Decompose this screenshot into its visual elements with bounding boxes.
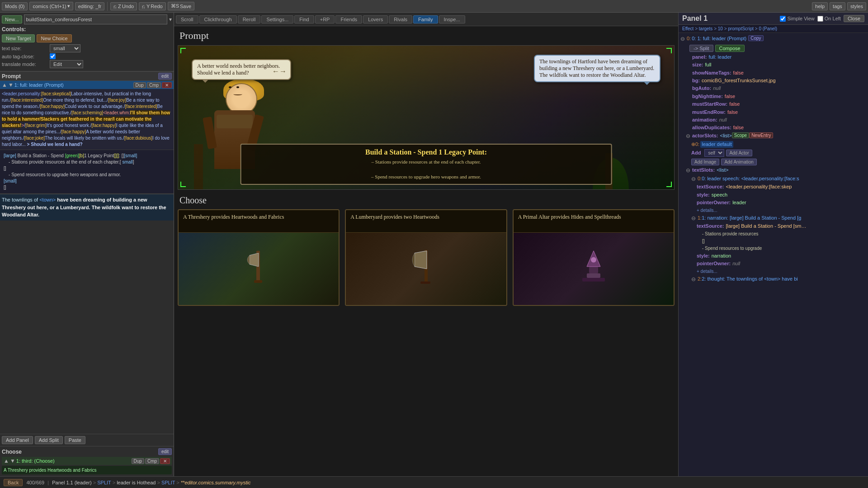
paste-button[interactable]: Paste: [65, 436, 85, 444]
ts0-style: speech: [712, 192, 727, 198]
card-1-label: A Threshery provides Heartwoods and Fabr…: [179, 210, 339, 233]
choose-item-1-label: 1: third: (Choose): [16, 458, 131, 464]
ts1-toggle[interactable]: ⊖: [691, 215, 697, 222]
svg-point-7: [591, 257, 596, 263]
compose-button[interactable]: Compose: [715, 45, 745, 52]
text-size-select[interactable]: small medium large: [50, 44, 80, 52]
breadcrumb-10[interactable]: 10: [718, 26, 723, 31]
styles-button[interactable]: styles: [847, 2, 866, 10]
handle-br: [666, 182, 672, 187]
help-button[interactable]: help: [812, 2, 828, 10]
arrow-down-c: ▼: [10, 458, 15, 464]
arrow-up-c: ▲: [4, 458, 9, 464]
choice-card-3[interactable]: A Primal Altar provides Hides and Spellt…: [513, 209, 675, 306]
size-row: size: full: [686, 61, 866, 69]
dup-btn-1[interactable]: Dup: [133, 82, 146, 88]
tab-inspect[interactable]: Inspe...: [439, 15, 465, 23]
ts0-row: ⊖ 0: 0: leader speech: <leader.personali…: [691, 175, 866, 183]
textslots-toggle[interactable]: ⊖: [686, 167, 691, 174]
new-choice-button[interactable]: New Choice: [37, 34, 71, 42]
details-link-1[interactable]: + details...: [697, 207, 717, 214]
details-link-2[interactable]: + details...: [697, 268, 717, 275]
breadcrumb-panel[interactable]: 0 (Panel): [759, 26, 777, 31]
choice-card-1[interactable]: A Threshery provides Heartwoods and Fabr…: [178, 209, 340, 306]
textslots-value: <list>: [717, 167, 728, 174]
add-actor-select[interactable]: self: [704, 149, 724, 157]
tab-scroll[interactable]: Scroll: [176, 15, 198, 23]
translate-label: translate mode:: [2, 61, 47, 67]
comics-menu[interactable]: comics (Ctrl+1) ▾: [29, 2, 73, 10]
bgauto-row: bgAuto: null: [686, 84, 866, 92]
simple-view-checkbox[interactable]: [780, 16, 786, 22]
tab-settings[interactable]: Settings...: [261, 15, 293, 23]
choice-card-2[interactable]: A Lumberyard provides two Heartwoods: [345, 209, 507, 306]
tab-clickthrough[interactable]: Clickthrough: [199, 15, 237, 23]
mods-menu[interactable]: Mods (0): [2, 2, 28, 10]
prompt-item-1-header[interactable]: ▲ ▼ 1: full: leader (Prompt) Dup Cmp ✕: [0, 81, 174, 89]
cmp-btn-1[interactable]: Cmp: [147, 82, 161, 88]
top-bar: Mods (0) comics (Ctrl+1) ▾ editing: _fr …: [0, 0, 868, 13]
actorslots-toggle[interactable]: ⊖: [686, 132, 691, 140]
tab-family[interactable]: Family: [413, 15, 438, 23]
tab-bar: Scroll Clickthrough Reroll Settings... F…: [174, 13, 678, 26]
breadcrumb-targets[interactable]: targets: [699, 26, 713, 31]
ts0-pointer: leader: [732, 199, 746, 206]
file-dropdown[interactable]: [24, 14, 167, 24]
dup-btn-c1[interactable]: Dup: [132, 458, 144, 464]
auto-tag-checkbox[interactable]: [50, 53, 56, 59]
tab-rp[interactable]: +RP: [315, 15, 335, 23]
ts2-label: 2: thought: The townlings of <town> have…: [702, 276, 798, 282]
tree-toggle-root[interactable]: ⊖: [680, 35, 686, 43]
tags-button[interactable]: tags: [830, 2, 845, 10]
scope-actorslots[interactable]: Scope: [732, 132, 749, 138]
ts1-label: 1: narration: [large] Build a Station - …: [702, 215, 801, 221]
back-button[interactable]: Back: [4, 479, 23, 486]
path-split-1[interactable]: SPLIT: [97, 480, 111, 485]
ts0-details-row: + details...: [697, 207, 866, 214]
cmp-btn-c1[interactable]: Cmp: [145, 458, 159, 464]
redo-button[interactable]: ⎌ Y Redo: [139, 2, 166, 10]
save-button[interactable]: ⌘S Save: [168, 2, 194, 10]
path-split-2[interactable]: SPLIT: [161, 480, 175, 485]
ts1-pointer: null: [732, 260, 740, 267]
new-target-button[interactable]: New Target: [2, 34, 35, 42]
actorslots-row: ⊖ actorSlots: <list> Scope NewEntry: [686, 132, 866, 141]
ts1-text-content: - Stations provide resources [] - Spend …: [697, 230, 866, 252]
new-actorslots[interactable]: NewEntry: [749, 132, 773, 138]
choose-edit-button[interactable]: edit: [158, 448, 172, 455]
close-btn-1[interactable]: ✕: [162, 82, 172, 88]
on-left-label[interactable]: On Left: [817, 16, 841, 22]
tab-reroll[interactable]: Reroll: [238, 15, 261, 23]
tab-friends[interactable]: Friends: [335, 15, 362, 23]
add-split-button[interactable]: Add Split: [35, 436, 63, 444]
split-button[interactable]: -> Split: [689, 45, 713, 52]
add-animation-button[interactable]: Add Animation: [721, 159, 757, 165]
svg-rect-5: [589, 267, 598, 273]
inspector-close-button[interactable]: Close: [844, 15, 864, 22]
ts0-toggle[interactable]: ⊖: [691, 175, 697, 183]
simple-view-label[interactable]: Simple View: [780, 16, 814, 22]
tree-root-row: ⊖ 0: 0: 1: full: leader (Prompt) Copy: [680, 35, 866, 43]
ts2-toggle[interactable]: ⊖: [691, 276, 697, 283]
ts1-source-row: textSource: [large] Build a Station - Sp…: [697, 222, 866, 230]
undo-button[interactable]: ⎌ Z Undo: [110, 2, 137, 10]
svg-rect-1: [254, 280, 262, 283]
tab-lovers[interactable]: Lovers: [363, 15, 388, 23]
choose-item-1-header[interactable]: ▲ ▼ 1: third: (Choose) Dup Cmp ✕: [2, 457, 172, 465]
prompt-edit-button[interactable]: edit: [158, 73, 172, 80]
add-image-button[interactable]: Add Image: [691, 159, 719, 165]
breadcrumb-effect[interactable]: Effect: [682, 26, 693, 31]
on-left-checkbox[interactable]: [817, 16, 823, 22]
tab-rivals[interactable]: Rivals: [389, 15, 412, 23]
ts0-children: textSource: <leader.personality:[face:sk…: [691, 183, 866, 214]
show-name-value: false: [733, 70, 744, 76]
breadcrumb-promptscript[interactable]: promptScript: [728, 26, 754, 31]
add-actor-button[interactable]: Add Actor: [726, 150, 752, 156]
close-btn-c1[interactable]: ✕: [160, 458, 170, 464]
add-panel-button[interactable]: Add Panel: [2, 436, 33, 444]
copy-btn-root[interactable]: Copy: [748, 35, 763, 41]
new-button[interactable]: New...: [2, 15, 22, 23]
choose-item-1-content: A Threshery provides Heartwoods and Fabr…: [2, 466, 172, 474]
tab-find[interactable]: Find: [294, 15, 314, 23]
translate-select[interactable]: Edit Translate: [50, 60, 83, 68]
